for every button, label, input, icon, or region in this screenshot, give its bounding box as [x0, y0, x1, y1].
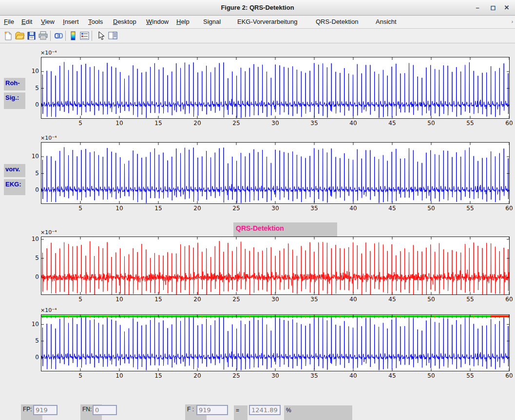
figure-window: Figure 2: QRS-Detektion – ◻ ✕ FileEditVi… — [0, 0, 515, 420]
x-tick-label: 45 — [386, 372, 399, 379]
x-tick-label: 35 — [308, 205, 321, 212]
menu-item-window[interactable]: Window — [146, 16, 169, 28]
x-tick-label: 55 — [464, 120, 477, 127]
y-tick-label: 5 — [27, 337, 39, 344]
x-tick-label: 40 — [347, 296, 360, 303]
menu-bar: FileEditViewInsertToolsDesktopWindowHelp… — [0, 16, 515, 29]
x-tick-label: 40 — [347, 120, 360, 127]
x-tick-label: 30 — [269, 205, 282, 212]
menu-item-file[interactable]: File — [4, 16, 14, 28]
qrs-detektion-title: QRS-Detektion — [233, 222, 337, 237]
x-tick-label: 20 — [191, 205, 204, 212]
sig-label: Sig.: — [4, 92, 25, 109]
alarm-segment — [491, 315, 509, 317]
minimize-button[interactable]: – — [472, 2, 483, 13]
menu-item-view[interactable]: View — [41, 16, 55, 28]
x-tick-label: 45 — [386, 205, 399, 212]
y-tick-label: 10 — [27, 153, 39, 160]
chart-canvas-detektion — [41, 315, 509, 371]
x-tick-label: 15 — [152, 296, 165, 303]
ekg-label: EKG: — [4, 179, 25, 195]
x-tick-label: 25 — [230, 205, 243, 212]
x-tick-label: 45 — [386, 120, 399, 127]
link-plot-icon[interactable] — [54, 31, 64, 41]
plot-vorv-ekg: ×10⁻⁴051051015202530354045505560 — [41, 142, 510, 204]
print-figure-icon[interactable] — [38, 31, 48, 41]
menu-item-signal[interactable]: Signal — [203, 16, 221, 28]
x-tick-label: 10 — [113, 205, 126, 212]
insert-colorbar-icon[interactable] — [68, 31, 78, 41]
maximize-button[interactable]: ◻ — [488, 2, 498, 13]
menu-item-qrs-detektion[interactable]: QRS-Detektion — [316, 16, 358, 28]
toolbar — [0, 29, 515, 43]
y-axis-exponent-label: ×10⁻⁴ — [40, 135, 57, 141]
x-tick-label: 60 — [503, 205, 515, 212]
x-tick-label: 5 — [74, 296, 87, 303]
menu-item-help[interactable]: Help — [176, 16, 190, 28]
x-tick-label: 60 — [503, 372, 515, 379]
x-tick-label: 20 — [191, 120, 204, 127]
x-tick-label: 30 — [269, 372, 282, 379]
plot-qrs-filtered: ×10⁻⁴051051015202530354045505560 — [41, 237, 510, 295]
menu-item-ansicht[interactable]: Ansicht — [376, 16, 397, 28]
y-tick-label: 10 — [27, 236, 39, 242]
x-tick-label: 30 — [269, 120, 282, 127]
x-tick-label: 5 — [74, 372, 87, 379]
menu-item-edit[interactable]: Edit — [21, 16, 32, 28]
toolbar-separator — [65, 31, 66, 41]
y-axis-exponent-label: ×10⁻⁴ — [40, 50, 57, 56]
menu-item-insert[interactable]: Insert — [63, 16, 79, 28]
x-tick-label: 20 — [191, 372, 204, 379]
edit-plot-icon[interactable] — [95, 31, 106, 41]
menu-item-desktop[interactable]: Desktop — [113, 16, 136, 28]
x-tick-label: 35 — [308, 120, 321, 127]
f-input[interactable] — [196, 405, 228, 415]
x-tick-label: 15 — [152, 372, 165, 379]
fn-input[interactable] — [93, 405, 117, 415]
y-tick-label: 0 — [27, 186, 39, 193]
close-button[interactable]: ✕ — [501, 2, 512, 13]
open-file-icon[interactable] — [15, 31, 25, 41]
x-tick-label: 55 — [464, 205, 477, 212]
menu-overflow-icon[interactable]: › — [512, 16, 513, 28]
chart-canvas-roh_signal — [41, 57, 509, 118]
x-tick-label: 15 — [152, 120, 165, 127]
x-tick-label: 10 — [113, 296, 126, 303]
x-tick-label: 35 — [308, 296, 321, 303]
y-tick-label: 5 — [27, 170, 39, 177]
menu-item-ekg-vorverarbeitung[interactable]: EKG-Vorverarbeitung — [237, 16, 298, 28]
x-tick-label: 25 — [230, 120, 243, 127]
chart-canvas-qrs_filtered — [41, 237, 509, 294]
x-tick-label: 25 — [230, 372, 243, 379]
insert-legend-icon[interactable] — [79, 31, 90, 41]
x-tick-label: 15 — [152, 205, 165, 212]
x-tick-label: 55 — [464, 296, 477, 303]
title-bar: Figure 2: QRS-Detektion – ◻ ✕ — [0, 0, 515, 16]
menu-item-tools[interactable]: Tools — [88, 16, 103, 28]
save-figure-icon[interactable] — [26, 31, 37, 41]
y-tick-label: 0 — [27, 101, 39, 108]
x-tick-label: 25 — [230, 296, 243, 303]
x-tick-label: 50 — [425, 296, 438, 303]
x-tick-label: 10 — [113, 120, 126, 127]
x-tick-label: 50 — [425, 120, 438, 127]
y-tick-label: 5 — [27, 85, 39, 91]
plot-detektion: ×10⁻⁴051051015202530354045505560 — [41, 314, 510, 371]
x-tick-label: 35 — [308, 372, 321, 379]
y-tick-label: 5 — [27, 255, 39, 261]
toolbar-separator — [50, 31, 51, 41]
x-tick-label: 60 — [503, 120, 515, 127]
equals-label: = — [234, 405, 248, 420]
y-axis-exponent-label: ×10⁻⁴ — [40, 307, 57, 313]
vorv-label: vorv. — [4, 164, 25, 177]
x-tick-label: 5 — [74, 205, 87, 212]
x-tick-label: 50 — [425, 372, 438, 379]
x-tick-label: 40 — [347, 372, 360, 379]
y-tick-label: 10 — [27, 321, 39, 328]
new-figure-icon[interactable] — [3, 31, 13, 41]
fp-input[interactable] — [33, 405, 57, 415]
show-plot-browser-icon[interactable] — [108, 31, 118, 41]
result-input[interactable] — [249, 405, 281, 415]
x-tick-label: 30 — [269, 296, 282, 303]
x-tick-label: 40 — [347, 205, 360, 212]
